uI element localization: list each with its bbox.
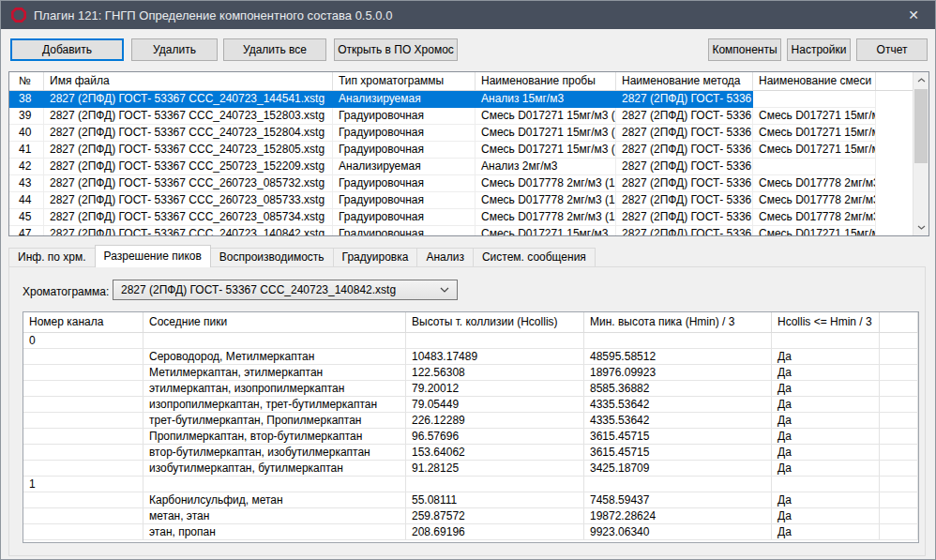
peaks-cell: 153.64062	[406, 445, 584, 461]
peaks-cell	[584, 333, 772, 349]
settings-button[interactable]: Настройки	[787, 38, 851, 61]
files-table-row[interactable]: 442827 (2ПФД) ГОСТ- 53367 CCC_260723_085…	[9, 192, 913, 209]
row-filler	[876, 108, 913, 125]
files-table-row[interactable]: 452827 (2ПФД) ГОСТ- 53367 CCC_260723_085…	[9, 209, 913, 226]
tab-calibration[interactable]: Градуировка	[333, 248, 418, 266]
peaks-table-row[interactable]: Метилмеркаптан, этилмеркаптан122.5630818…	[23, 365, 918, 381]
peaks-cell: метан, этан	[143, 508, 406, 524]
peaks-cell	[23, 492, 143, 508]
peaks-table-row[interactable]: Пропилмеркаптан, втор-бутилмеркаптан96.5…	[23, 429, 918, 445]
peaks-cell: 3425.18709	[584, 461, 772, 477]
files-col-header[interactable]: Наименование метода	[616, 72, 753, 90]
open-in-chromos-button[interactable]: Открыть в ПО Хромос	[334, 38, 458, 61]
peaks-cell: трет-бутилмеркаптан, Пропилмеркаптан	[143, 413, 406, 429]
peaks-table-row[interactable]: 0	[23, 333, 918, 349]
peaks-cell: 9923.06340	[584, 524, 772, 540]
peaks-cell: 8585.36882	[584, 381, 772, 397]
files-table-body: 382827 (2ПФД) ГОСТ- 53367 CCC_240723_144…	[9, 91, 913, 235]
peaks-table-row[interactable]: метан, этан259.8757219872.28624Да	[23, 508, 918, 524]
peaks-cell: Да	[772, 381, 880, 397]
files-cell: Градуировочная	[333, 125, 476, 142]
files-table-row[interactable]: 472827 (2ПФД) ГОСТ- 53367 CCC_240723_140…	[9, 226, 913, 235]
peaks-cell: Да	[772, 461, 880, 477]
peaks-cell	[143, 333, 406, 349]
scrollbar-thumb[interactable]	[914, 89, 928, 163]
peaks-cell: 208.69196	[406, 524, 584, 540]
files-table-header: №Имя файлаТип хроматограммыНаименование …	[9, 72, 913, 91]
delete-all-button[interactable]: Удалить все	[223, 38, 326, 61]
peaks-cell: 91.28125	[406, 461, 584, 477]
files-table-row[interactable]: 412827 (2ПФД) ГОСТ- 53367 CCC_240723_152…	[9, 142, 913, 159]
files-col-header[interactable]: №	[9, 72, 44, 90]
row-filler	[880, 349, 918, 365]
peaks-table-row[interactable]: этан, пропан208.691969923.06340Да	[23, 524, 918, 540]
row-filler	[880, 397, 918, 413]
peaks-cell: 55.08111	[406, 492, 584, 508]
files-cell: 2827 (2ПФД) ГОСТ- 5336...	[616, 209, 753, 226]
tab-system-messages[interactable]: Систем. сообщения	[473, 248, 596, 266]
peaks-table-row[interactable]: втор-бутилмеркаптан, изобутилмеркаптан15…	[23, 445, 918, 461]
tab-reproducibility[interactable]: Воспроизводимость	[210, 248, 334, 266]
peaks-table-row[interactable]: трет-бутилмеркаптан, Пропилмеркаптан226.…	[23, 413, 918, 429]
files-col-header[interactable]: Наименование пробы	[476, 72, 616, 90]
components-button[interactable]: Компоненты	[708, 38, 781, 61]
add-button[interactable]: Добавить	[10, 38, 124, 61]
files-cell: Смесь D017778 2мг/м3 (1...	[476, 175, 616, 192]
files-table-row[interactable]: 382827 (2ПФД) ГОСТ- 53367 CCC_240723_144…	[9, 91, 913, 108]
peaks-cell: этилмеркаптан, изопропилмеркаптан	[143, 381, 406, 397]
files-cell: Градуировочная	[333, 192, 476, 209]
peaks-cell: 1	[23, 477, 143, 492]
row-filler	[880, 445, 918, 461]
delete-button[interactable]: Удалить	[131, 38, 218, 61]
peaks-cell: 79.20012	[406, 381, 584, 397]
files-cell	[753, 91, 876, 108]
tab-analysis[interactable]: Анализ	[416, 248, 474, 266]
row-filler	[880, 429, 918, 445]
files-cell: 2827 (2ПФД) ГОСТ- 53367 CCC_240723_14084…	[44, 226, 333, 235]
toolbar: Добавить Удалить Удалить все Открыть в П…	[1, 35, 935, 65]
scrollbar-track[interactable]	[913, 88, 928, 219]
files-col-header[interactable]: Имя файла	[44, 72, 333, 90]
files-table-row[interactable]: 402827 (2ПФД) ГОСТ- 53367 CCC_240723_152…	[9, 125, 913, 142]
peaks-table-row[interactable]: изопропилмеркаптан, трет-бутилмеркаптан7…	[23, 397, 918, 413]
files-cell: Градуировочная	[333, 175, 476, 192]
peaks-table-row[interactable]: 1	[23, 477, 918, 492]
files-col-header[interactable]: Тип хроматограммы	[333, 72, 476, 90]
peaks-cell: Да	[772, 524, 880, 540]
files-col-header[interactable]: Наименование смеси	[753, 72, 876, 90]
chromatogram-label: Хроматограмма:	[23, 285, 109, 298]
peaks-cell	[23, 365, 143, 381]
tab-chrom-info[interactable]: Инф. по хрм.	[8, 248, 96, 266]
scroll-up-icon[interactable]	[913, 72, 928, 88]
files-table-scrollbar[interactable]	[913, 72, 928, 235]
row-filler	[880, 508, 918, 524]
row-filler	[876, 175, 913, 192]
chromatogram-select[interactable]: 2827 (2ПФД) ГОСТ- 53367 CCC_240723_14084…	[113, 280, 458, 300]
files-cell: 40	[9, 125, 44, 142]
files-cell: 2827 (2ПФД) ГОСТ- 5336...	[616, 192, 753, 209]
peaks-table-row[interactable]: Карбонилсульфид, метан55.081117458.59437…	[23, 492, 918, 508]
peaks-table: Номер каналаСоседние пикиВысоты т. колли…	[23, 311, 919, 543]
peaks-cell: 226.12289	[406, 413, 584, 429]
files-table-row[interactable]: 422827 (2ПФД) ГОСТ- 53367 CCC_250723_152…	[9, 159, 913, 175]
tab-peak-resolution[interactable]: Разрешение пиков	[95, 245, 211, 267]
peaks-cell: Да	[772, 492, 880, 508]
peaks-table-row[interactable]: этилмеркаптан, изопропилмеркаптан79.2001…	[23, 381, 918, 397]
peaks-col-header: Соседние пики	[143, 312, 406, 332]
peaks-cell	[23, 524, 143, 540]
files-table-row[interactable]: 392827 (2ПФД) ГОСТ- 53367 CCC_240723_152…	[9, 108, 913, 125]
files-table-row[interactable]: 432827 (2ПФД) ГОСТ- 53367 CCC_260723_085…	[9, 175, 913, 192]
files-cell: Смесь D017778 2мг/м3	[753, 192, 876, 209]
close-button[interactable]: ✕	[892, 1, 935, 29]
peaks-cell	[23, 429, 143, 445]
files-cell: 38	[9, 91, 44, 108]
files-cell: 2827 (2ПФД) ГОСТ- 5336...	[616, 125, 753, 142]
report-button[interactable]: Отчет	[856, 38, 928, 61]
peaks-cell: 48595.58512	[584, 349, 772, 365]
peaks-table-row[interactable]: изобутилмеркаптан, бутилмеркаптан91.2812…	[23, 461, 918, 477]
files-cell: 45	[9, 209, 44, 226]
scroll-down-icon[interactable]	[913, 219, 928, 235]
peaks-cell	[772, 477, 880, 492]
peaks-cell: 259.87572	[406, 508, 584, 524]
peaks-table-row[interactable]: Сероводород, Метилмеркаптан10483.1748948…	[23, 349, 918, 365]
